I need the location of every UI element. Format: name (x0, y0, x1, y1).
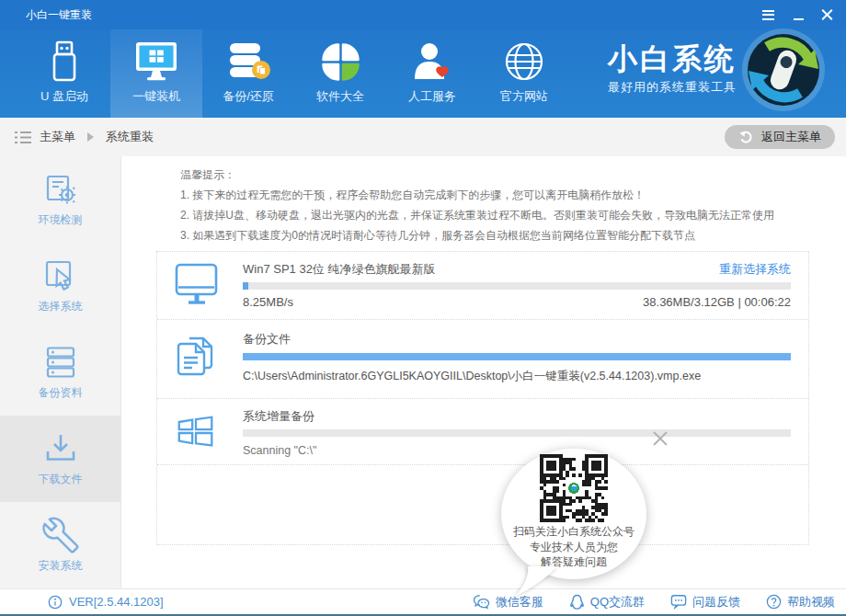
close-icon[interactable] (821, 9, 833, 21)
info-icon (48, 595, 63, 610)
nav-item-support[interactable]: 人工服务 (386, 29, 478, 118)
incremental-backup-section: 系统增量备份 Scanning "C:\" (157, 399, 808, 465)
nav-item-one-key-install[interactable]: 一键装机 (110, 29, 202, 118)
backup-file-title: 备份文件 (243, 331, 791, 345)
feedback-link[interactable]: 问题反馈 (670, 594, 740, 610)
app-window: 小白一键重装 U 盘启动 一键装机 (0, 0, 846, 616)
brand-title: 小白系统 (608, 43, 737, 74)
tips-title: 温馨提示： (180, 165, 774, 185)
monitor-outline-icon (174, 261, 220, 313)
brand-subtitle: 最好用的系统重装工具 (608, 79, 737, 96)
download-icon (42, 430, 79, 467)
sidebar-item-label: 选择系统 (39, 299, 83, 314)
main-nav: U 盘启动 一键装机 备份/还原 软件大全 (0, 29, 846, 118)
sidebar-item-label: 下载文件 (39, 472, 83, 487)
help-icon (766, 594, 782, 610)
usb-icon (41, 40, 87, 84)
download-detail: 38.36MB/3.12GB | 00:06:22 (643, 295, 791, 309)
sidebar-item-label: 备份资料 (39, 385, 83, 401)
incremental-progress-bar (243, 429, 791, 437)
tips-line: 3. 如果遇到下载速度为0的情况时请耐心等待几分钟，服务器会自动根据您当前网络位… (180, 225, 774, 245)
clover-icon (317, 40, 363, 84)
footer-link-label: QQ交流群 (590, 594, 645, 610)
sidebar: 环境检测 选择系统 备份资料 下载文件 (0, 156, 121, 588)
person-heart-icon (409, 40, 455, 84)
download-section: Win7 SP1 32位 纯净绿色旗舰最新版 重新选择系统 8.25MB/s 3… (157, 252, 808, 320)
feedback-icon (670, 594, 687, 610)
sidebar-item-env-check[interactable]: 环境检测 (0, 156, 120, 243)
breadcrumb-current: 系统重装 (106, 129, 154, 145)
sidebar-item-label: 安装系统 (39, 558, 83, 574)
help-video-link[interactable]: 帮助视频 (766, 594, 835, 610)
monitor-icon (133, 40, 179, 84)
qq-icon (569, 594, 585, 610)
list-icon (15, 131, 31, 144)
install-icon (42, 517, 79, 553)
sidebar-item-backup-data[interactable]: 备份资料 (0, 329, 120, 416)
window-title: 小白一键重装 (26, 7, 92, 23)
select-system-icon (42, 257, 79, 294)
tips-block: 温馨提示： 1. 接下来的过程无需您的干预，程序会帮助您自动完成剩下的步骤，您可… (180, 165, 774, 245)
return-arrow-icon (738, 130, 754, 144)
brand-emblem-icon (741, 28, 826, 112)
footer-link-label: 帮助视频 (787, 594, 835, 610)
qr-code (540, 454, 608, 522)
globe-icon (501, 40, 547, 84)
tips-line: 1. 接下来的过程无需您的干预，程序会帮助您自动完成剩下的步骤，您可以离开电脑稍… (180, 185, 774, 205)
nav-label: 一键装机 (132, 88, 180, 105)
windows-logo-icon (174, 410, 218, 456)
documents-icon (174, 332, 220, 383)
sidebar-item-label: 环境检测 (39, 212, 83, 228)
backup-file-section: 备份文件 C:\Users\Administrator.6GYGLI5KAOYG… (157, 320, 808, 399)
window-controls (760, 7, 833, 22)
sidebar-item-download-files[interactable]: 下载文件 (0, 416, 120, 502)
nav-label: 软件大全 (316, 88, 364, 105)
popup-tail (509, 566, 561, 599)
incremental-backup-status: Scanning "C:\" (243, 444, 791, 457)
nav-label: 官方网站 (500, 88, 548, 105)
progress-panel: Win7 SP1 32位 纯净绿色旗舰最新版 重新选择系统 8.25MB/s 3… (156, 251, 809, 545)
nav-label: U 盘启动 (40, 88, 88, 105)
footer: VER[2.5.44.1203] 微信客服 QQ交流群 问题反馈 (0, 588, 846, 616)
sidebar-item-select-system[interactable]: 选择系统 (0, 243, 120, 329)
download-title: Win7 SP1 32位 纯净绿色旗舰最新版 (243, 261, 791, 275)
title-bar: 小白一键重装 (0, 0, 846, 29)
minimize-icon[interactable] (791, 7, 806, 22)
nav-item-website[interactable]: 官方网站 (478, 29, 570, 118)
nav-item-usb-boot[interactable]: U 盘启动 (18, 29, 110, 118)
reselect-system-link[interactable]: 重新选择系统 (719, 261, 791, 278)
incremental-backup-title: 系统增量备份 (243, 408, 791, 422)
menu-icon[interactable] (760, 7, 775, 22)
version-info: VER[2.5.44.1203] (48, 595, 164, 610)
backup-data-icon (42, 344, 79, 381)
sidebar-item-install-system[interactable]: 安装系统 (0, 502, 120, 588)
empty-section (157, 465, 808, 546)
back-button-label: 返回主菜单 (761, 129, 821, 145)
env-check-icon (42, 171, 79, 208)
content-area: 温馨提示： 1. 接下来的过程无需您的干预，程序会帮助您自动完成剩下的步骤，您可… (121, 156, 846, 588)
download-speed: 8.25MB/s (243, 295, 293, 309)
back-to-main-menu-button[interactable]: 返回主菜单 (725, 125, 835, 149)
tips-line: 2. 请拔掉U盘、移动硬盘，退出光驱内的光盘，并保证系统重装过程不断电。否则重装… (180, 205, 774, 225)
version-text: VER[2.5.44.1203] (69, 595, 164, 609)
nav-label: 人工服务 (408, 88, 456, 105)
nav-item-backup-restore[interactable]: 备份/还原 (202, 29, 294, 118)
database-icon (225, 40, 271, 84)
qr-popup: 扫码关注小白系统公众号 专业技术人员为您 解答疑难问题 (501, 449, 646, 579)
brand-logo: 小白系统 最好用的系统重装工具 (608, 43, 737, 96)
download-progress-bar (243, 282, 791, 290)
wechat-icon (473, 594, 490, 610)
footer-link-label: 问题反馈 (692, 594, 740, 610)
nav-item-software[interactable]: 软件大全 (294, 29, 386, 118)
qq-group-link[interactable]: QQ交流群 (569, 594, 645, 610)
breadcrumb: 主菜单 系统重装 返回主菜单 (0, 118, 846, 156)
backup-file-path: C:\Users\Administrator.6GYGLI5KAOYGIIL\D… (243, 369, 791, 384)
popup-close-icon[interactable] (649, 428, 671, 450)
backup-progress-bar (243, 353, 791, 360)
popup-text: 扫码关注小白系统公众号 专业技术人员为您 解答疑难问题 (501, 524, 646, 570)
nav-label: 备份/还原 (223, 88, 274, 105)
breadcrumb-root[interactable]: 主菜单 (40, 129, 75, 145)
breadcrumb-arrow-icon (87, 132, 94, 142)
